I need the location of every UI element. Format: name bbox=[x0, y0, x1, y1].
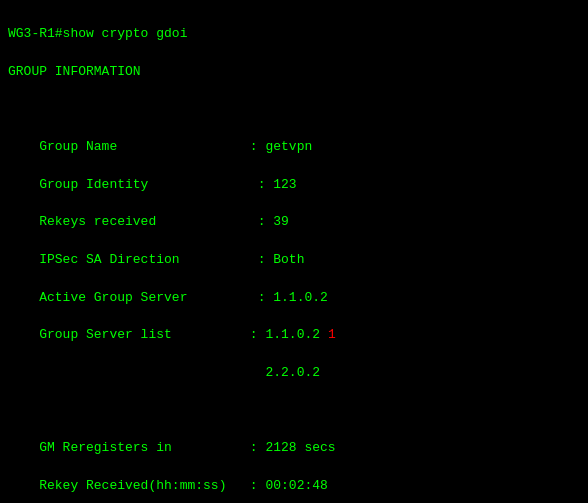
terminal-line-9b: 2.2.0.2 bbox=[8, 365, 320, 380]
terminal-line-5: Group Identity : 123 bbox=[8, 177, 297, 192]
terminal-line-12: Rekey Received(hh:mm:ss) : 00:02:48 bbox=[8, 478, 328, 493]
annotation-1: 1 bbox=[320, 327, 336, 342]
terminal-line-8: Active Group Server : 1.1.0.2 bbox=[8, 290, 328, 305]
terminal-line-7: IPSec SA Direction : Both bbox=[8, 252, 304, 267]
terminal-line-2: GROUP INFORMATION bbox=[8, 64, 141, 79]
terminal-line-9a: Group Server list : 1.1.0.2 bbox=[8, 327, 320, 342]
terminal-line-4: Group Name : getvpn bbox=[8, 139, 312, 154]
terminal-line-11: GM Reregisters in : 2128 secs bbox=[8, 440, 336, 455]
terminal-window: WG3-R1#show crypto gdoi GROUP INFORMATIO… bbox=[0, 0, 588, 503]
terminal-line-6: Rekeys received : 39 bbox=[8, 214, 289, 229]
terminal-line-1: WG3-R1#show crypto gdoi bbox=[8, 26, 187, 41]
